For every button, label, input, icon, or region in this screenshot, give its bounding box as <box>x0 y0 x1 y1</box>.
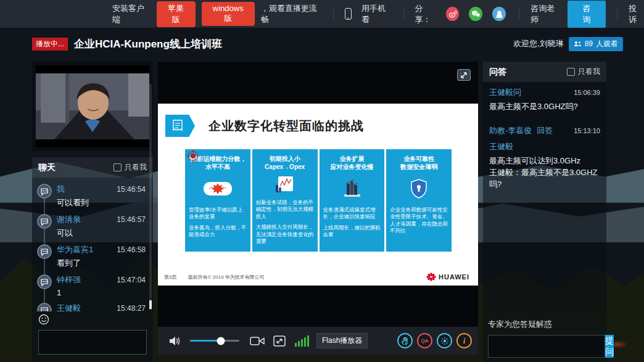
qa-button[interactable]: QA <box>417 333 432 348</box>
card-text: 企业业务和数据可靠性安全性受限于技术、资金、人才等因素，存在隐患和不到位 <box>390 207 448 235</box>
webinar-screen: 安装客户端 苹果版 windows版 ，观看直播更流畅 用手机看 分享： 咨询老… <box>0 0 644 362</box>
viewers-count: 89 <box>585 39 593 48</box>
scrollbar-thumb[interactable] <box>149 300 152 309</box>
question-input[interactable] <box>488 335 605 358</box>
webcam-video[interactable] <box>36 65 149 147</box>
raise-hand-button[interactable] <box>397 333 413 348</box>
sender-name[interactable]: 钟梓强 <box>57 274 81 286</box>
emoji-row <box>32 311 153 327</box>
chat-bubble-icon <box>37 274 52 289</box>
message-text: 可以 <box>57 228 146 239</box>
pip-swap-icon[interactable] <box>273 335 286 347</box>
chat-scrollbar[interactable] <box>149 84 152 310</box>
chat-panel: 聊天 只看我 我15:46:54 可以看到 谢清泉15:4 <box>32 157 153 362</box>
document-arrow-icon <box>165 115 195 137</box>
sender-name[interactable]: 华为嘉宾1 <box>57 244 93 255</box>
player-controls: Flash播放器 QA i <box>158 327 478 355</box>
divider <box>519 9 519 20</box>
qq-icon[interactable] <box>492 7 506 21</box>
complaint-link[interactable]: 投诉 <box>629 3 644 25</box>
checkbox-icon[interactable] <box>114 163 122 171</box>
wechat-icon[interactable] <box>469 7 482 21</box>
qa-text: 王健毅：最高主频不是3.0GHZ吗? <box>489 167 600 191</box>
slide-copyright: 版权所有© 2019 华为技术有限公司 <box>188 274 264 281</box>
chat-message: 钟梓强15:47:04 1 <box>37 274 146 297</box>
viewers-badge: 89 人观看 <box>569 37 623 51</box>
message-text: 1 <box>57 288 146 297</box>
sender-name[interactable]: 王健毅 <box>57 303 81 311</box>
chat-only-me-toggle[interactable]: 只看我 <box>114 162 147 173</box>
popout-icon[interactable] <box>457 69 471 81</box>
sender-name[interactable]: 谢清泉 <box>57 214 81 225</box>
speaker-icon[interactable] <box>168 335 181 347</box>
divider <box>617 9 617 20</box>
chat-message: 谢清泉15:46:57 可以 <box>37 214 146 239</box>
slide-player: 企业数字化转型面临的挑战 管理/运维能力分散，水平不高 管理效率/水平难以跟上业… <box>158 62 478 355</box>
card-title: 业务可靠性 数据安全薄弱 <box>390 155 448 171</box>
titlebar: 播放中... 企业HCIA-Kunpeng线上培训班 欢迎您,刘晓琳 89 人观… <box>0 28 644 60</box>
challenge-cards: 管理/运维能力分散，水平不高 管理效率/水平难以跟上业务的发展 业务孤岛，投入分… <box>185 149 452 252</box>
challenge-card: 业务扩展 应对业务变化慢 业务浪涌式或爆发式增长，企业难以快速响应 上线周期长，… <box>320 149 385 252</box>
chat-input[interactable] <box>38 330 147 355</box>
volume-knob[interactable] <box>217 337 225 345</box>
windows-version-button[interactable]: windows版 <box>202 2 255 26</box>
qa-item: 王健毅问 15:06:39 最高主频不是3.0GHZ吗? <box>489 87 600 113</box>
message-time: 15:47:04 <box>117 276 146 284</box>
slide-title: 企业数字化转型面临的挑战 <box>208 118 364 134</box>
checkbox-icon[interactable] <box>567 68 575 76</box>
huawei-logo: HUAWEI <box>426 273 469 281</box>
qa-panel: 问答 只看我 王健毅问 15:06:39 最高主频不是3.0GHZ吗? <box>483 62 606 311</box>
viewers-label: 人观看 <box>596 39 618 49</box>
message-time: 15:46:57 <box>117 215 146 224</box>
right-column: 问答 只看我 王健毅问 15:06:39 最高主频不是3.0GHZ吗? <box>483 62 606 362</box>
only-me-label: 只看我 <box>578 67 600 77</box>
weibo-icon[interactable] <box>446 7 460 21</box>
message-time: 15:48:27 <box>117 304 146 311</box>
message-text: 可以看到 <box>57 197 146 208</box>
apple-version-button[interactable]: 苹果版 <box>157 1 196 27</box>
slide-header: 企业数字化转型面临的挑战 <box>165 115 364 137</box>
ask-button[interactable]: 提问 <box>605 335 614 358</box>
card-text: 业务浪涌式或爆发式增长，企业难以快速响应 <box>323 207 381 221</box>
camera-icon[interactable] <box>250 336 265 346</box>
chart-icon <box>256 175 314 195</box>
answer-author[interactable]: 助教-李嘉俊 <box>489 125 532 136</box>
challenge-card: 业务可靠性 数据安全薄弱 企业业务和数据可靠性安全性受限于技术、资金、人才等因素… <box>386 149 452 252</box>
message-time: 15:46:54 <box>117 185 146 194</box>
settings-sun-button[interactable] <box>437 333 452 348</box>
smiley-icon[interactable] <box>38 314 49 325</box>
qa-title: 问答 <box>489 67 506 78</box>
cloud-burst-icon <box>189 175 247 202</box>
qa-time: 15:13:10 <box>574 127 600 134</box>
slide-canvas: 企业数字化转型面临的挑战 管理/运维能力分散，水平不高 管理效率/水平难以跟上业… <box>158 104 478 286</box>
message-time: 15:46:58 <box>117 245 146 254</box>
card-text: 业务孤岛，投入分散，不能形成合力 <box>189 224 247 239</box>
info-button[interactable]: i <box>456 333 472 348</box>
message-text: 看到了 <box>57 258 146 269</box>
card-title: 业务扩展 应对业务变化慢 <box>323 155 381 171</box>
ask-section: 专家为您答疑解惑 提问 <box>483 311 606 362</box>
qa-text: 最高主频可以达到3.0GHz <box>489 155 600 167</box>
presenter-video-frame <box>36 73 149 139</box>
chat-bubble-icon <box>37 244 52 259</box>
chat-bubble-icon <box>37 214 52 229</box>
qa-only-me-toggle[interactable]: 只看我 <box>567 67 600 77</box>
topbar: 安装客户端 苹果版 windows版 ，观看直播更流畅 用手机看 分享： 咨询老… <box>0 0 644 28</box>
buildings-icon <box>323 175 381 202</box>
chat-message: 华为嘉宾115:46:58 看到了 <box>37 244 146 269</box>
room-title: 企业HCIA-Kunpeng线上培训班 <box>74 37 222 51</box>
question-author[interactable]: 王健毅问 <box>489 87 521 98</box>
ask-hint-label: 专家为您答疑解惑 <box>488 319 601 330</box>
chat-message: 王健毅15:48:27 1 <box>37 303 146 311</box>
welcome-text: 欢迎您,刘晓琳 <box>513 38 564 49</box>
qa-header: 问答 只看我 <box>483 62 606 82</box>
volume-slider[interactable] <box>190 340 239 342</box>
chat-message-list: 我15:46:54 可以看到 谢清泉15:46:57 可以 华为嘉宾115:46… <box>32 178 153 311</box>
sender-name[interactable]: 我 <box>57 184 65 195</box>
target-icon <box>186 149 200 163</box>
watch-on-mobile-label[interactable]: 用手机看 <box>361 3 392 25</box>
answer-target[interactable]: 王健毅 <box>489 141 513 152</box>
challenge-card: 管理/运维能力分散，水平不高 管理效率/水平难以跟上业务的发展 业务孤岛，投入分… <box>185 149 250 252</box>
flash-player-label[interactable]: Flash播放器 <box>316 333 368 348</box>
consult-button[interactable]: 咨询 <box>568 1 606 28</box>
